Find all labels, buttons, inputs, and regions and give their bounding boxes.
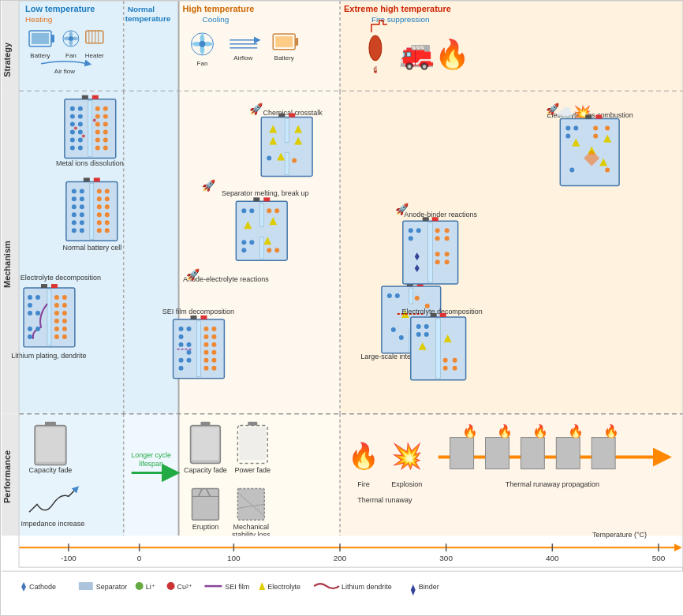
svg-rect-150	[200, 315, 207, 319]
svg-point-229	[605, 167, 610, 172]
svg-rect-44	[88, 101, 92, 157]
svg-point-207	[435, 236, 440, 241]
svg-point-227	[593, 134, 598, 139]
svg-text:200: 200	[334, 554, 347, 562]
svg-point-59	[95, 114, 100, 119]
svg-point-164	[267, 208, 271, 213]
svg-rect-127	[196, 321, 200, 377]
svg-text:🔥: 🔥	[348, 441, 379, 471]
svg-text:🧯: 🧯	[371, 65, 379, 73]
svg-point-56	[78, 146, 83, 151]
zone-extreme-subtitle: Fire suppression	[371, 15, 430, 24]
svg-text:500: 500	[652, 554, 666, 562]
svg-point-143	[203, 350, 208, 355]
label-mech-stability: Mechanical	[233, 523, 269, 531]
svg-rect-269	[450, 438, 474, 469]
zone-low-subtitle: Heating	[25, 15, 52, 24]
svg-point-228	[569, 167, 574, 172]
svg-text:Heater: Heater	[85, 52, 104, 59]
svg-point-301	[136, 582, 144, 590]
svg-point-202	[409, 236, 413, 241]
svg-point-148	[211, 366, 216, 371]
legend-cu: Cu²⁺	[177, 583, 192, 591]
svg-point-234	[416, 324, 421, 329]
svg-rect-155	[259, 237, 263, 259]
svg-rect-273	[521, 438, 544, 469]
svg-rect-277	[592, 438, 615, 469]
svg-point-128	[179, 327, 184, 331]
svg-point-122	[54, 334, 59, 339]
svg-rect-75	[90, 183, 94, 239]
svg-rect-173	[285, 153, 289, 175]
svg-point-179	[267, 155, 271, 160]
svg-point-206	[445, 228, 450, 233]
svg-point-106	[28, 303, 32, 308]
zone-normal-title: Normal	[128, 5, 155, 13]
svg-rect-154	[259, 203, 263, 226]
svg-point-166	[267, 248, 271, 252]
svg-point-49	[70, 122, 75, 127]
svg-text:Airflow: Airflow	[233, 54, 252, 62]
svg-rect-124	[41, 284, 47, 288]
svg-point-201	[416, 228, 421, 233]
svg-point-15	[69, 36, 73, 41]
svg-text:🔥: 🔥	[462, 424, 478, 439]
svg-rect-297	[2, 571, 683, 615]
svg-point-117	[62, 311, 67, 315]
svg-point-50	[78, 122, 83, 127]
svg-point-180	[292, 158, 297, 162]
svg-point-57	[95, 106, 100, 111]
svg-rect-245	[440, 313, 446, 317]
svg-point-162	[249, 240, 254, 245]
svg-point-84	[72, 220, 77, 225]
svg-text:-100: -100	[61, 554, 77, 562]
svg-point-188	[415, 296, 420, 301]
svg-point-65	[95, 138, 100, 143]
svg-point-144	[211, 350, 216, 355]
svg-point-54	[78, 138, 83, 143]
svg-point-132	[187, 342, 192, 347]
svg-point-46	[78, 106, 83, 111]
svg-point-218	[565, 126, 570, 131]
svg-rect-69	[82, 95, 88, 99]
svg-point-80	[72, 204, 77, 209]
svg-point-114	[54, 303, 59, 308]
legend-li: Li⁺	[146, 583, 155, 591]
performance-label: Performance	[2, 450, 12, 503]
svg-point-79	[80, 196, 84, 201]
svg-rect-247	[124, 414, 179, 536]
svg-point-220	[565, 134, 570, 139]
svg-point-137	[203, 327, 208, 331]
svg-point-119	[62, 319, 67, 323]
svg-point-96	[97, 220, 102, 225]
svg-text:lifespan: lifespan	[139, 460, 163, 468]
svg-point-120	[54, 327, 59, 331]
svg-point-123	[62, 334, 67, 339]
svg-point-205	[435, 228, 440, 233]
svg-point-89	[105, 189, 110, 193]
svg-point-243	[453, 366, 457, 371]
svg-text:Battery: Battery	[30, 52, 50, 59]
svg-rect-199	[428, 222, 433, 282]
svg-point-62	[103, 122, 108, 127]
svg-text:🔥: 🔥	[497, 424, 513, 439]
svg-point-139	[203, 334, 208, 339]
svg-rect-101	[94, 177, 100, 181]
svg-rect-213	[423, 217, 429, 221]
svg-point-60	[103, 114, 108, 119]
svg-point-78	[72, 196, 77, 201]
svg-point-121	[62, 327, 67, 331]
svg-point-53	[70, 138, 75, 143]
label-capacity-fade-low: Capacity fade	[29, 466, 73, 474]
svg-point-138	[211, 327, 216, 331]
svg-point-76	[72, 189, 77, 193]
svg-text:🚒🔥: 🚒🔥	[399, 37, 470, 71]
svg-rect-260	[192, 427, 218, 461]
svg-rect-231	[595, 115, 602, 119]
svg-rect-149	[190, 315, 196, 319]
label-propagation: Thermal runaway propagation	[506, 480, 599, 488]
svg-rect-262	[248, 422, 257, 426]
legend-electrolyte: Electrolyte	[267, 583, 300, 591]
svg-point-136	[179, 366, 184, 371]
svg-point-159	[241, 208, 246, 213]
